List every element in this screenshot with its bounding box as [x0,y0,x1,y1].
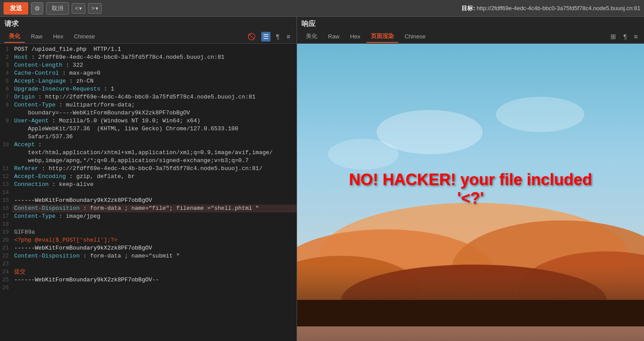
line-number: 23 [0,260,12,268]
line-number: 10 [0,141,12,149]
svg-point-10 [496,97,584,132]
line-text: ------WebKitFormBoundary9kX2zk8PF7obBgOV [12,244,152,252]
toolbar: 发送 ⚙ 取消 < ▾ > ▾ 目标: http://2fdff69e-4edc… [0,0,644,17]
request-panel-title: 请求 [0,17,297,30]
svg-rect-8 [297,300,644,326]
request-line: 4Cache-Control : max-age=0 [0,69,297,77]
request-line: 24提交 [0,268,297,276]
line-number: 9 [0,117,12,125]
request-line: 1POST /upload_file.php HTTP/1.1 [0,45,297,53]
line-text: Safari/537.36 [12,133,73,141]
request-line: 21------WebKitFormBoundary9kX2zk8PF7obBg… [0,244,297,252]
line-text [12,189,14,197]
request-line: Safari/537.36 [0,133,297,141]
paragraph-icon-response[interactable]: ¶ [621,32,629,41]
line-number: 25 [0,276,12,284]
request-line: 11Referer : http://2fdff69e-4edc-4c4b-bb… [0,165,297,173]
request-line: 5Accept-Language : zh-CN [0,77,297,85]
paragraph-icon[interactable]: ¶ [274,32,281,41]
response-panel: 响应 美化 Raw Hex 页面渲染 Chinese ⊞ ¶ ≡ [297,17,644,341]
request-line: 18 [0,220,297,228]
line-number: 19 [0,228,12,236]
request-line: text/html,application/xhtml+xml,applicat… [0,149,297,157]
tab-raw-response[interactable]: Raw [324,31,344,42]
line-text: Connection : keep-alive [12,181,93,189]
line-number [0,133,12,141]
line-number [0,157,12,165]
line-text: Content-Disposition : form-data ; name="… [12,205,259,212]
line-number: 11 [0,165,12,173]
request-line: 14 [0,189,297,197]
line-number: 26 [0,284,12,292]
request-line: AppleWebKit/537.36 (KHTML, like Gecko) C… [0,125,297,133]
request-line: 17Content-Type : image/jpeg [0,212,297,220]
line-text: Accept-Encoding : gzip, deflate, br [12,173,135,181]
prev-nav-button[interactable]: < ▾ [72,3,85,14]
line-number [0,149,12,157]
request-line: 12Accept-Encoding : gzip, deflate, br [0,173,297,181]
tab-chinese-request[interactable]: Chinese [69,31,99,42]
split-view-icon[interactable]: ⊞ [609,32,618,42]
menu-icon-response[interactable]: ≡ [632,32,640,41]
line-number [0,109,12,117]
tab-hex-request[interactable]: Hex [49,31,68,42]
line-text [12,260,14,268]
cancel-button[interactable]: 取消 [46,2,69,15]
request-line: 16Content-Disposition : form-data ; name… [0,205,297,212]
line-number: 24 [0,268,12,276]
request-line: 10Accept : [0,141,297,149]
dropdown-icon: ▾ [95,5,98,11]
chevron-left-icon: < [75,5,78,11]
line-text: text/html,application/xhtml+xml,applicat… [12,149,273,157]
response-tab-bar: 美化 Raw Hex 页面渲染 Chinese ⊞ ¶ ≡ [297,30,644,44]
tab-hex-response[interactable]: Hex [346,31,365,42]
hacker-message-line1: NO! HACKER! your file included [349,170,592,189]
tab-beautify-request[interactable]: 美化 [4,30,25,43]
line-text [12,220,14,228]
tab-raw-request[interactable]: Raw [27,31,47,42]
request-line: boundary=----WebKitFormBoundary9kX2zk8PF… [0,109,297,117]
tab-chinese-response[interactable]: Chinese [400,31,430,42]
request-panel: 请求 美化 Raw Hex Chinese 🚫 ☰ ¶ ≡ 1POST /upl… [0,17,297,341]
next-nav-button[interactable]: > ▾ [88,3,102,14]
line-text: ------WebKitFormBoundary9kX2zk8PF7obBgOV… [12,276,159,284]
line-number: 18 [0,220,12,228]
line-text: GIF89a [12,228,35,236]
line-number: 1 [0,45,12,53]
menu-icon[interactable]: ≡ [285,32,292,41]
request-line: 7Origin : http://2fdff69e-4edc-4c4b-bbc0… [0,93,297,101]
request-line: 9User-Agent : Mozilla/5.0 (Windows NT 10… [0,117,297,125]
eye-slash-icon[interactable]: 🚫 [246,32,258,42]
request-line: webp,image/apng,*/*;q=0.8,application/si… [0,157,297,165]
line-text: Host : 2fdff69e-4edc-4c4b-bbc0-3a75fd5f7… [12,53,225,61]
line-text: Accept-Language : zh-CN [12,77,93,85]
target-url-display: 目标: http://2fdff69e-4edc-4c4b-bbc0-3a75f… [461,4,640,12]
line-number: 16 [0,205,12,212]
line-number [0,125,12,133]
line-number: 20 [0,236,12,244]
request-tab-icons: 🚫 ☰ ¶ ≡ [246,32,292,42]
request-line: 15------WebKitFormBoundary9kX2zk8PF7obBg… [0,197,297,205]
request-line: 23 [0,260,297,268]
line-text: POST /upload_file.php HTTP/1.1 [12,45,121,53]
line-text: Cache-Control : max-age=0 [12,69,100,77]
line-number: 14 [0,189,12,197]
send-button[interactable]: 发送 [4,2,28,15]
settings-button[interactable]: ⚙ [31,2,43,15]
request-line: 8Content-Type : multipart/form-data; [0,101,297,109]
tab-render-response[interactable]: 页面渲染 [366,30,398,43]
request-line: 19GIF89a [0,228,297,236]
tab-beautify-response[interactable]: 美化 [301,30,322,43]
line-number: 4 [0,69,12,77]
line-text: AppleWebKit/537.36 (KHTML, like Gecko) C… [12,125,238,133]
line-number: 13 [0,181,12,189]
line-text: Content-Disposition : form-data ; name="… [12,252,179,260]
request-line: 26 [0,284,297,292]
hacker-message: NO! HACKER! your file included '<?' [349,170,592,207]
line-text: Referer : http://2fdff69e-4edc-4c4b-bbc0… [12,165,263,173]
request-line: 13Connection : keep-alive [0,181,297,189]
line-text: Origin : http://2fdff69e-4edc-4c4b-bbc0-… [12,93,255,101]
list-icon[interactable]: ☰ [261,32,271,42]
request-code-area[interactable]: 1POST /upload_file.php HTTP/1.12Host : 2… [0,44,297,341]
response-render-area: NO! HACKER! your file included '<?' [297,44,644,341]
